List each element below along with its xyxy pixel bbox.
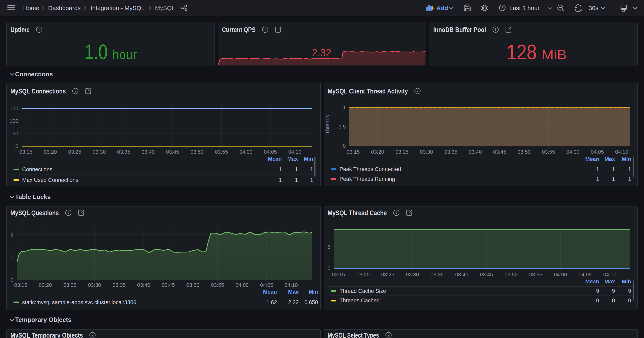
svg-text:Connections: Connections xyxy=(22,166,52,172)
svg-text:Min: Min xyxy=(304,156,313,162)
svg-text:03:40: 03:40 xyxy=(469,149,482,155)
svg-text:03:30: 03:30 xyxy=(88,282,101,288)
svg-text:03:15: 03:15 xyxy=(332,271,345,277)
svg-text:04:00: 04:00 xyxy=(236,282,248,288)
svg-text:Mean: Mean xyxy=(585,156,599,162)
svg-text:03:25: 03:25 xyxy=(396,149,408,155)
svg-text:Max: Max xyxy=(604,278,615,285)
svg-text:1.0: 1.0 xyxy=(84,40,108,64)
svg-text:04:00: 04:00 xyxy=(554,271,567,277)
svg-text:03:40: 03:40 xyxy=(137,282,150,288)
svg-text:1: 1 xyxy=(279,166,282,172)
svg-text:MySQL Temporary Objects: MySQL Temporary Objects xyxy=(10,331,83,338)
svg-text:04:10: 04:10 xyxy=(615,149,628,155)
svg-text:03:55: 03:55 xyxy=(542,149,555,155)
svg-text:Threads Cached: Threads Cached xyxy=(340,297,380,303)
svg-text:Min: Min xyxy=(309,289,318,295)
svg-text:03:35: 03:35 xyxy=(112,282,126,288)
svg-text:static:mysql.sample-apps.svc.c: static:mysql.sample-apps.svc.cluster.loc… xyxy=(22,299,136,305)
svg-text:03:15: 03:15 xyxy=(346,149,360,155)
svg-text:03:45: 03:45 xyxy=(493,149,506,155)
svg-text:100: 100 xyxy=(10,118,18,124)
svg-text:04:00: 04:00 xyxy=(566,149,580,155)
svg-text:04:05: 04:05 xyxy=(591,149,604,155)
svg-text:Max: Max xyxy=(288,289,299,295)
svg-text:04:10: 04:10 xyxy=(288,149,301,155)
svg-text:03:20: 03:20 xyxy=(371,149,384,155)
svg-text:Min: Min xyxy=(622,156,631,162)
svg-text:Peak Threads Connected: Peak Threads Connected xyxy=(340,166,401,172)
svg-text:03:55: 03:55 xyxy=(529,271,542,277)
svg-text:1: 1 xyxy=(310,177,313,183)
svg-text:03:45: 03:45 xyxy=(480,271,493,277)
svg-text:1.62: 1.62 xyxy=(266,299,277,305)
svg-text:04:00: 04:00 xyxy=(239,149,252,155)
svg-text:Max Used Connections: Max Used Connections xyxy=(22,177,78,183)
svg-text:1: 1 xyxy=(295,177,298,183)
svg-text:03:40: 03:40 xyxy=(142,149,154,155)
svg-text:03:30: 03:30 xyxy=(92,149,106,155)
svg-text:03:30: 03:30 xyxy=(406,271,419,277)
svg-text:0: 0 xyxy=(16,143,18,149)
svg-text:03:35: 03:35 xyxy=(444,149,458,155)
svg-text:150: 150 xyxy=(10,105,18,111)
svg-text:Max: Max xyxy=(604,156,615,162)
svg-text:04:05: 04:05 xyxy=(578,271,592,277)
svg-text:03:50: 03:50 xyxy=(186,282,200,288)
svg-text:03:55: 03:55 xyxy=(215,149,228,155)
svg-text:03:25: 03:25 xyxy=(381,271,394,277)
svg-text:hour: hour xyxy=(112,47,137,62)
svg-text:04:05: 04:05 xyxy=(264,149,277,155)
svg-text:03:35: 03:35 xyxy=(117,149,130,155)
svg-text:1: 1 xyxy=(596,166,599,172)
svg-text:Mean: Mean xyxy=(263,289,277,295)
svg-text:MySQL Select Types: MySQL Select Types xyxy=(328,331,379,338)
svg-text:9: 9 xyxy=(628,288,631,294)
svg-text:03:20: 03:20 xyxy=(356,271,370,277)
svg-text:03:45: 03:45 xyxy=(162,282,175,288)
svg-text:04:10: 04:10 xyxy=(285,282,298,288)
svg-text:03:50: 03:50 xyxy=(190,149,204,155)
svg-text:1: 1 xyxy=(295,166,298,172)
svg-text:03:15: 03:15 xyxy=(14,282,27,288)
svg-text:2.22: 2.22 xyxy=(288,299,299,305)
svg-text:03:55: 03:55 xyxy=(211,282,224,288)
svg-text:1: 1 xyxy=(343,104,346,110)
svg-text:1: 1 xyxy=(612,176,615,182)
svg-text:03:40: 03:40 xyxy=(455,271,468,277)
svg-text:5: 5 xyxy=(328,244,330,250)
svg-text:9: 9 xyxy=(612,288,615,294)
svg-text:03:15: 03:15 xyxy=(19,149,32,155)
svg-text:Mean: Mean xyxy=(585,278,599,285)
svg-text:03:25: 03:25 xyxy=(68,149,81,155)
svg-text:03:20: 03:20 xyxy=(44,149,57,155)
svg-text:Peak Threads Running: Peak Threads Running xyxy=(340,176,395,182)
svg-text:0.650: 0.650 xyxy=(304,299,318,305)
svg-text:03:20: 03:20 xyxy=(39,282,52,288)
svg-text:9: 9 xyxy=(596,288,599,294)
svg-text:Threads: Threads xyxy=(324,115,330,134)
svg-text:03:30: 03:30 xyxy=(420,149,433,155)
svg-text:Mean: Mean xyxy=(268,156,282,162)
svg-text:0: 0 xyxy=(11,277,14,283)
svg-text:50: 50 xyxy=(12,131,18,137)
svg-text:Thread Cache Size: Thread Cache Size xyxy=(340,288,386,294)
svg-text:03:35: 03:35 xyxy=(430,271,444,277)
svg-text:03:50: 03:50 xyxy=(518,149,531,155)
svg-text:0.5: 0.5 xyxy=(338,124,346,130)
svg-text:04:05: 04:05 xyxy=(260,282,273,288)
svg-text:MiB: MiB xyxy=(542,48,567,62)
svg-text:03:50: 03:50 xyxy=(504,271,518,277)
svg-text:1: 1 xyxy=(628,176,631,182)
svg-text:Min: Min xyxy=(622,278,631,285)
svg-text:2: 2 xyxy=(11,232,14,238)
svg-text:0: 0 xyxy=(612,297,615,303)
svg-text:1: 1 xyxy=(612,166,615,172)
svg-text:0: 0 xyxy=(628,297,631,303)
svg-text:0: 0 xyxy=(596,297,599,303)
svg-text:1: 1 xyxy=(11,254,14,260)
svg-text:2.32: 2.32 xyxy=(312,47,332,59)
svg-text:0: 0 xyxy=(328,265,330,271)
svg-text:0: 0 xyxy=(343,143,346,149)
svg-text:1: 1 xyxy=(279,177,282,183)
